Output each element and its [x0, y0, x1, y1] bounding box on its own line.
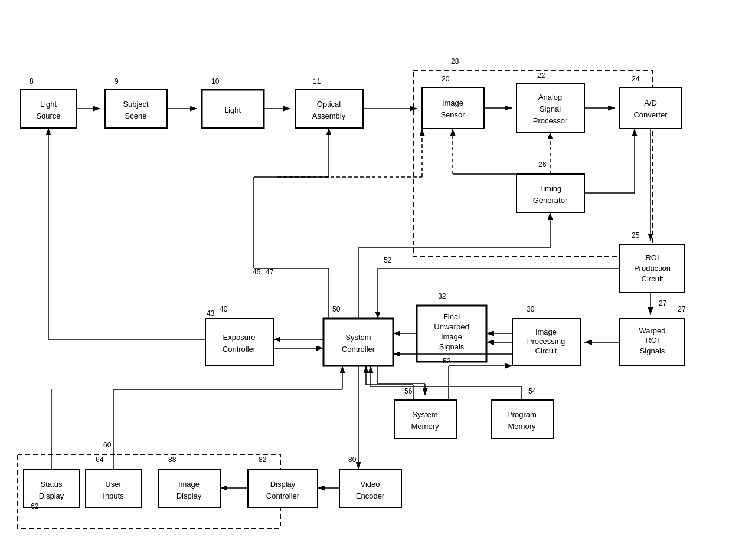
display-controller-text: Display: [270, 480, 296, 489]
warped-roi-text: Warped: [639, 326, 665, 335]
conn-sc-oa-num2: 47: [266, 268, 274, 276]
ad-converter-num: 24: [632, 75, 640, 83]
timing-gen-box: [517, 174, 584, 212]
system-controller-text: System: [345, 333, 371, 342]
display-controller-num: 82: [259, 456, 267, 464]
subject-scene-text2: Scene: [125, 112, 147, 120]
roi-warped-num: 27: [659, 299, 667, 307]
light-source-text: Light: [40, 100, 57, 109]
final-unwarped-num: 32: [438, 292, 446, 300]
image-sensor-text: Image: [442, 99, 463, 107]
timing-gen-text: Timing: [539, 184, 562, 193]
image-processing-text3: Circuit: [535, 346, 557, 355]
conn-sc-oa-num1: 45: [253, 268, 261, 276]
ad-converter-text: A/D: [644, 99, 657, 107]
warped-roi-num: 27: [678, 305, 686, 313]
video-encoder-text2: Encoder: [356, 492, 385, 500]
optical-assembly-num: 11: [313, 77, 321, 86]
image-display-text2: Display: [177, 492, 202, 500]
subject-scene-box: [105, 90, 167, 128]
analog-signal-text3: Processor: [533, 116, 568, 125]
status-display-text: Status: [41, 480, 63, 489]
diagram-container: 28 60 Light Source 8 Subject Scene 9 Lig…: [0, 0, 732, 560]
ad-converter-text2: Converter: [633, 110, 668, 119]
system-memory-text2: Memory: [411, 422, 439, 431]
roi-production-text3: Circuit: [642, 274, 664, 283]
image-sensor-num: 20: [442, 75, 450, 83]
image-processing-text2: Processing: [527, 337, 565, 346]
image-sensor-text2: Sensor: [440, 110, 465, 119]
subject-scene-num: 9: [115, 77, 119, 86]
exposure-controller-box: [205, 319, 273, 366]
final-unwarped-text4: Signals: [439, 342, 465, 351]
program-memory-num: 54: [528, 387, 537, 395]
display-controller-text2: Controller: [266, 492, 300, 500]
optical-assembly-text2: Assembly: [312, 112, 346, 120]
light-source-box: [21, 90, 77, 128]
exposure-controller-text2: Controller: [223, 345, 256, 353]
conn-roi-sc-num: 52: [384, 256, 392, 264]
image-display-num: 88: [168, 456, 177, 464]
video-encoder-text: Video: [360, 480, 380, 489]
analog-signal-text: Analog: [538, 93, 562, 101]
image-sensor-box: [422, 87, 484, 129]
ad-converter-box: [620, 87, 682, 129]
display-region-label: 60: [103, 441, 112, 449]
timing-gen-text2: Generator: [533, 196, 568, 205]
image-processing-num: 30: [527, 305, 535, 313]
light-source-num: 8: [30, 77, 34, 86]
camera-region-label: 28: [451, 57, 459, 66]
image-processing-text: Image: [535, 328, 557, 336]
analog-signal-num: 22: [537, 71, 545, 80]
timing-gen-num: 26: [538, 161, 547, 169]
warped-roi-text2: ROI: [645, 336, 659, 345]
roi-production-text2: Production: [634, 264, 671, 273]
roi-production-num: 25: [632, 231, 640, 240]
exposure-controller-num: 40: [220, 305, 228, 313]
system-memory-text: System: [412, 410, 437, 419]
user-inputs-text2: Inputs: [103, 492, 124, 500]
roi-production-text: ROI: [645, 253, 659, 262]
system-memory-num: 56: [404, 387, 413, 395]
system-controller-text2: Controller: [342, 345, 375, 353]
conn-ipc-sc-num: 52: [443, 357, 451, 365]
light-num: 10: [211, 77, 220, 86]
exposure-controller-text: Exposure: [223, 333, 256, 342]
program-memory-text: Program: [507, 410, 537, 419]
conn-ec-ls-num: 43: [207, 309, 215, 317]
program-memory-box: [491, 400, 553, 438]
final-unwarped-text2: Unwarped: [434, 322, 469, 331]
system-memory-box: [394, 400, 456, 438]
final-unwarped-text3: Image: [441, 332, 462, 341]
subject-scene-text: Subject: [123, 100, 149, 109]
status-display-text2: Display: [39, 492, 64, 500]
system-controller-num: 50: [332, 305, 341, 313]
warped-roi-text3: Signals: [640, 346, 665, 355]
final-unwarped-text: Final: [443, 312, 460, 321]
light-text: Light: [224, 106, 241, 114]
analog-signal-text2: Signal: [540, 104, 561, 113]
user-inputs-text: User: [105, 480, 122, 489]
user-inputs-num: 64: [96, 456, 104, 464]
light-source-text2: Source: [36, 112, 60, 120]
image-display-text: Image: [178, 480, 200, 489]
status-display-num: 62: [31, 502, 39, 510]
system-controller-box: [323, 319, 393, 366]
optical-assembly-box: [295, 90, 363, 128]
optical-assembly-text: Optical: [317, 100, 341, 109]
program-memory-text2: Memory: [508, 422, 536, 431]
video-encoder-num: 80: [348, 456, 357, 464]
